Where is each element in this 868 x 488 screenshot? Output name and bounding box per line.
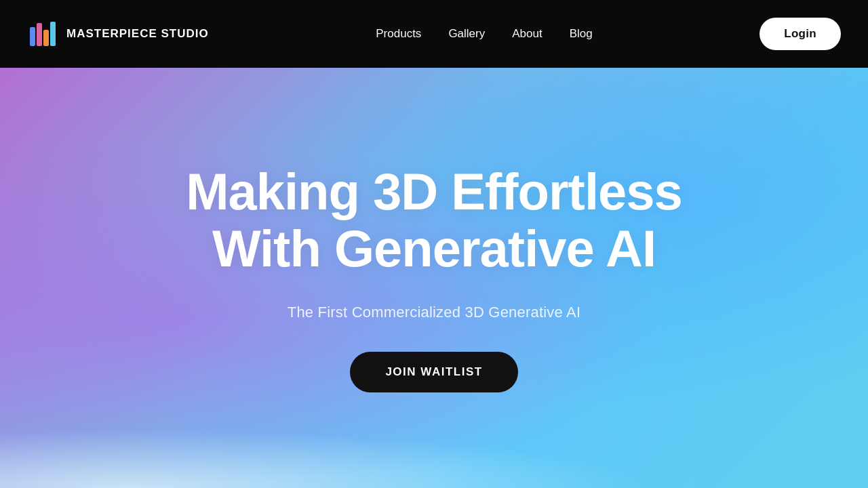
logo-icon [27,18,60,50]
svg-rect-1 [37,23,42,46]
svg-rect-3 [50,22,56,46]
hero-section: Making 3D Effortless With Generative AI … [0,68,868,488]
nav-links: Products Gallery About Blog [376,27,592,41]
hero-title: Making 3D Effortless With Generative AI [186,163,682,277]
cta-button[interactable]: JOIN WAITLIST [350,352,517,392]
svg-rect-2 [43,30,49,46]
svg-rect-0 [30,27,35,46]
nav-item-gallery[interactable]: Gallery [448,27,485,41]
hero-content: Making 3D Effortless With Generative AI … [186,163,682,392]
nav-item-blog[interactable]: Blog [570,27,593,41]
logo[interactable]: MASTERPIECE STUDIO [27,18,209,50]
login-button[interactable]: Login [760,18,841,50]
logo-text: MASTERPIECE STUDIO [66,27,209,41]
nav-item-about[interactable]: About [512,27,542,41]
nav-item-products[interactable]: Products [376,27,421,41]
navbar: MASTERPIECE STUDIO Products Gallery Abou… [0,0,868,68]
hero-subtitle: The First Commercialized 3D Generative A… [288,304,580,321]
